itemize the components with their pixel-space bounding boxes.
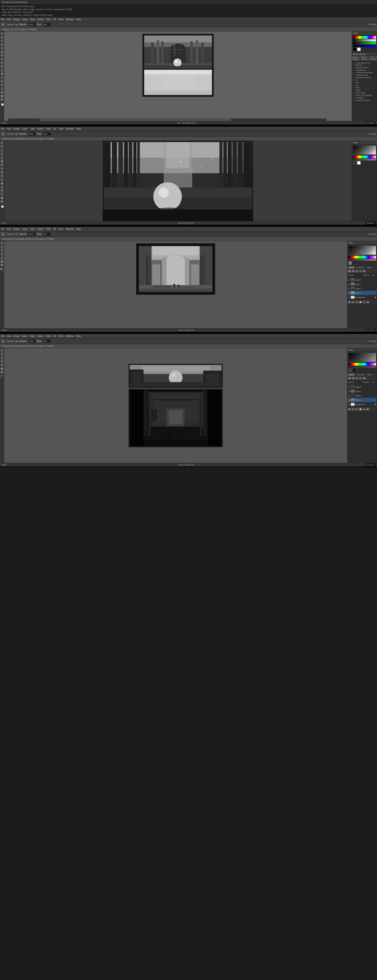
layer-row-4-l6[interactable]: ● Layer 6	[348, 385, 377, 389]
menu-type-3[interactable]: Type	[30, 228, 35, 230]
path-select[interactable]: ▷	[0, 87, 4, 90]
mode-dropdown[interactable]: Normal	[5, 23, 18, 26]
layer-row-background[interactable]: ● Background 🔒	[348, 295, 377, 299]
opacity-input-2[interactable]	[28, 132, 36, 136]
eraser-tool[interactable]: ◻	[0, 68, 4, 72]
menu-layer-3[interactable]: Layer	[22, 228, 27, 230]
flow-input-2[interactable]	[43, 132, 51, 136]
pen-tool[interactable]: ✒	[0, 80, 4, 83]
fg-swatch-4[interactable]	[348, 368, 352, 372]
fg-swatch[interactable]	[353, 48, 356, 51]
layer-row-layer1b[interactable]: ● Layer 1	[348, 291, 377, 295]
hand-tool-2[interactable]: ✋	[0, 196, 4, 199]
menu-layer-2[interactable]: Layer	[22, 127, 27, 130]
brush-tool[interactable]: ✏	[1, 22, 5, 27]
hue-bar-3[interactable]	[348, 256, 376, 258]
lock-btn-4[interactable]: 🔒	[348, 377, 351, 380]
menu-edit-4[interactable]: Edit	[7, 335, 11, 337]
menu-window-2[interactable]: Window	[65, 127, 74, 130]
layer-row-layer1a[interactable]: ● Layer 1	[348, 282, 377, 286]
layer-row-4-l1b[interactable]: ● Layer 1	[348, 398, 377, 402]
eye-icon-4d[interactable]: ●	[348, 399, 350, 401]
eraser-tool-3[interactable]: ◻	[0, 256, 4, 259]
mode-dropdown-3[interactable]: Normal	[5, 232, 18, 236]
brush-tool-3[interactable]: ✏	[1, 232, 5, 236]
zoom-tool[interactable]: 🔍	[0, 98, 4, 101]
hand-tool[interactable]: ✋	[0, 94, 4, 97]
layer-row-4-bg[interactable]: ● Background 🔒	[348, 402, 377, 407]
hand-tool-3[interactable]: ✋	[0, 260, 4, 263]
menu-layer-4[interactable]: Layer	[22, 335, 27, 337]
pen-tool-2[interactable]: ✒	[0, 189, 4, 192]
crop-tool-2[interactable]: ⌗	[0, 156, 4, 159]
menu-type[interactable]: Type	[30, 18, 35, 21]
hand-tool-4[interactable]: ✋	[0, 367, 4, 370]
brush-tool-4[interactable]: ✏	[1, 339, 5, 343]
brush-tool-l[interactable]: ✏	[0, 57, 4, 61]
alpha-bar-4[interactable]	[348, 366, 376, 368]
delete-layer-btn-4[interactable]: 🗑	[366, 408, 369, 410]
mask-btn-3[interactable]: □	[359, 270, 362, 272]
menu-image-2[interactable]: Image	[13, 127, 19, 130]
fg-swatch-3[interactable]	[348, 261, 352, 265]
eyedrop-tool-2[interactable]: 💧	[0, 160, 4, 163]
menu-file[interactable]: File	[1, 18, 5, 21]
tab-clone-source[interactable]: Clone Source	[361, 56, 369, 60]
mask-add-btn-4[interactable]: □	[355, 408, 358, 410]
move-tool-2[interactable]: ↖	[0, 141, 4, 145]
history-brush[interactable]: ↺	[0, 65, 4, 68]
dodge-tool-2[interactable]: ○	[0, 185, 4, 189]
scrollbar-horizontal-1[interactable]	[8, 119, 326, 121]
link-layers-btn-4[interactable]: 🔗	[348, 408, 351, 410]
menu-edit[interactable]: Edit	[7, 18, 11, 21]
flow-input-4[interactable]	[43, 339, 51, 343]
menu-file-3[interactable]: File	[1, 228, 5, 230]
alpha-bar-3[interactable]	[348, 259, 376, 261]
menu-filter-2[interactable]: Filter	[46, 127, 51, 130]
opacity-input-3[interactable]	[28, 232, 36, 236]
text-tool-2[interactable]: T	[0, 192, 4, 196]
menu-3d-4[interactable]: 3D	[53, 335, 56, 337]
flow-input-3[interactable]	[43, 232, 51, 236]
quick-select[interactable]: ✦	[0, 43, 4, 46]
adj-btn-3[interactable]: ◑	[363, 270, 366, 272]
mode-dropdown-2[interactable]: Normal	[5, 132, 18, 136]
tab-channels-3[interactable]: Channels	[355, 266, 366, 269]
spot-heal[interactable]: ⊕	[0, 54, 4, 57]
lasso-tool-3[interactable]: ⌖	[0, 249, 4, 252]
menu-3d-2[interactable]: 3D	[53, 127, 56, 130]
hue-bar-2[interactable]	[353, 156, 376, 158]
menu-file-2[interactable]: File	[1, 127, 5, 130]
move-tool-4[interactable]: ↖	[0, 348, 4, 352]
bg-swatch[interactable]	[357, 48, 361, 51]
eye-icon-4c[interactable]: ●	[348, 395, 350, 397]
menu-help-3[interactable]: Help	[76, 228, 81, 230]
group-layers-btn-4[interactable]: 📁	[359, 408, 362, 410]
menu-edit-2[interactable]: Edit	[7, 127, 11, 130]
menu-help[interactable]: Help	[76, 18, 81, 21]
brush-tool-2[interactable]: ✏	[1, 132, 5, 136]
mode-dropdown-4[interactable]: Normal	[5, 339, 18, 343]
hue-bar-4[interactable]	[348, 363, 376, 366]
select-rect-4[interactable]: ▭	[0, 352, 4, 355]
menu-help-2[interactable]: Help	[76, 127, 81, 130]
eye-icon-3a[interactable]: ●	[348, 278, 350, 281]
opacity-layer-4[interactable]	[370, 381, 377, 384]
gradient-tool[interactable]: ▦	[0, 72, 4, 75]
history-brush-2[interactable]: ↺	[0, 174, 4, 178]
bg-swatch-4[interactable]	[352, 368, 356, 372]
tab-brush-library[interactable]: Brush Library	[352, 56, 360, 60]
move-tool-3[interactable]: ↖	[0, 242, 4, 245]
group-layers-btn[interactable]: 📁	[359, 301, 362, 304]
menu-select-2[interactable]: Select	[37, 127, 44, 130]
text-tool[interactable]: T	[0, 83, 4, 86]
menu-window[interactable]: Window	[65, 18, 74, 21]
fx-btn-3[interactable]: fx	[355, 270, 358, 272]
tab-paths-4[interactable]: Paths	[366, 373, 373, 376]
menu-image-3[interactable]: Image	[13, 228, 19, 230]
menu-edit-3[interactable]: Edit	[7, 228, 11, 230]
mask-add-btn[interactable]: □	[355, 301, 358, 304]
layer-row-layer4[interactable]: ● Layer 4	[348, 286, 377, 291]
color-picker-box-4[interactable]	[348, 353, 376, 362]
menu-view[interactable]: View	[59, 18, 64, 21]
